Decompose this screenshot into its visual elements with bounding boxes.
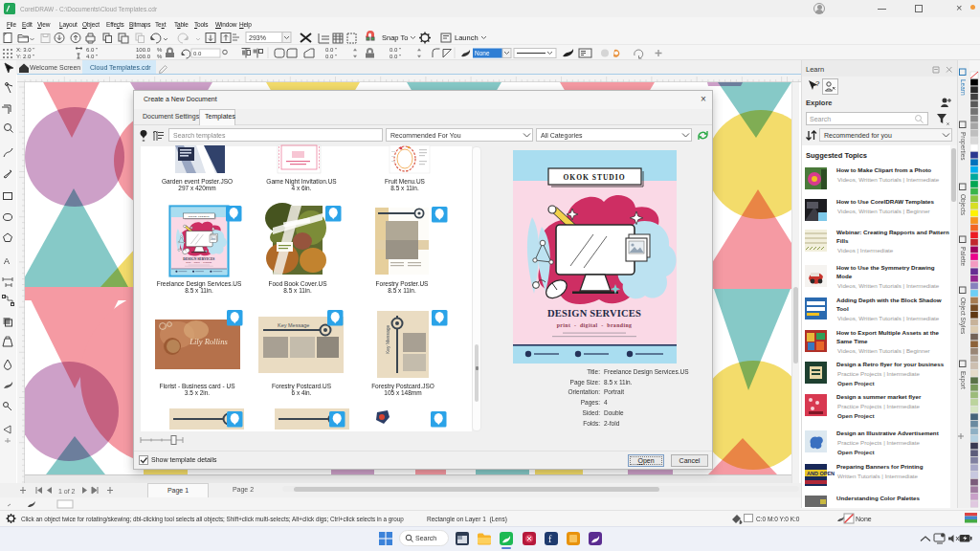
svg-text:Key Message: Key Message xyxy=(278,322,309,328)
svg-text:Lily Rollins: Lily Rollins xyxy=(189,337,228,346)
svg-text:Object Styles: Object Styles xyxy=(959,298,967,335)
svg-text:Properties: Properties xyxy=(959,132,967,161)
svg-text:Objects: Objects xyxy=(959,194,967,216)
svg-text:Learn: Learn xyxy=(960,79,967,96)
svg-text:Palette: Palette xyxy=(960,247,967,267)
svg-text:Key Message: Key Message xyxy=(385,324,390,354)
svg-text:Export: Export xyxy=(959,371,967,389)
